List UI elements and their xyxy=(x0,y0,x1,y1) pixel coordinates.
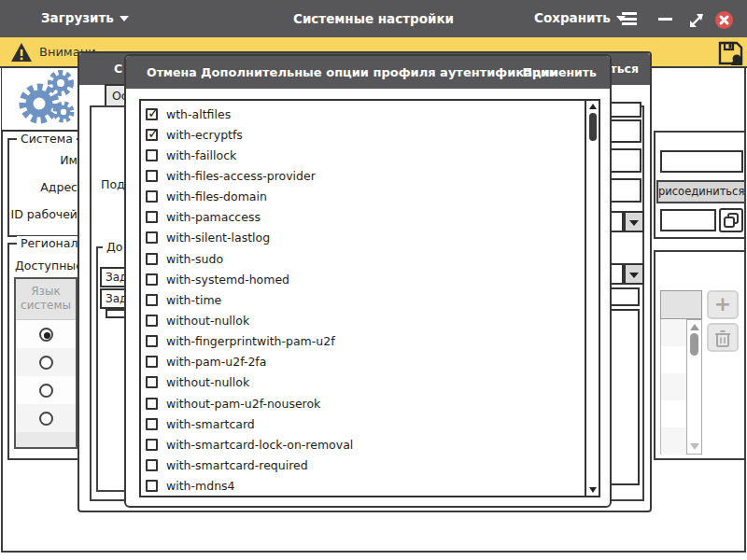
code-input[interactable] xyxy=(660,209,716,231)
option-label: with-mdns4 xyxy=(166,479,235,493)
checkbox[interactable] xyxy=(146,459,158,471)
checkbox[interactable] xyxy=(146,376,158,388)
option-label: wth-altfiles xyxy=(166,107,231,121)
checkbox[interactable] xyxy=(146,294,158,306)
save-button[interactable]: Сохранить xyxy=(534,10,626,25)
system-fieldset: Система Им Адрес ID рабочей xyxy=(7,138,81,237)
dialog-header-left-button[interactable]: С xyxy=(114,62,122,76)
apply-button[interactable]: Применить xyxy=(523,65,597,79)
scrollbar-thumb[interactable] xyxy=(589,113,597,141)
save-floppy-icon[interactable] xyxy=(718,41,743,69)
language-table-header: Язык системы xyxy=(16,279,76,320)
check-icon: ✓ xyxy=(148,125,160,142)
checkbox[interactable] xyxy=(146,418,158,430)
trash-icon xyxy=(714,329,731,348)
check-icon: ✓ xyxy=(148,105,160,121)
scroll-down-icon[interactable] xyxy=(690,443,699,450)
option-row[interactable]: with-files-domain xyxy=(141,187,585,207)
option-row[interactable]: with-fingerprintwith-pam-u2f xyxy=(141,331,585,352)
join-button[interactable]: рисоединиться xyxy=(656,180,746,203)
radio[interactable] xyxy=(39,384,53,398)
checkbox[interactable] xyxy=(146,149,158,161)
option-row[interactable]: ✓with-ecryptfs xyxy=(141,124,585,145)
option-row[interactable]: without-nullok xyxy=(141,372,585,393)
scroll-up-icon[interactable] xyxy=(589,104,597,109)
options-list: ✓wth-altfiles✓with-ecryptfswith-faillock… xyxy=(141,101,585,497)
copy-icon xyxy=(721,210,741,231)
language-row[interactable] xyxy=(16,404,76,432)
option-row[interactable]: with-time xyxy=(141,289,585,310)
add-button[interactable]: + xyxy=(707,290,739,319)
settings-gears-icon xyxy=(2,68,81,132)
option-label: with-files-access-provider xyxy=(166,169,316,183)
domain-input[interactable] xyxy=(660,150,743,173)
checkbox-checked[interactable]: ✓ xyxy=(146,108,158,120)
cancel-button[interactable]: Отмена xyxy=(147,65,197,79)
scrollbar[interactable] xyxy=(585,101,599,496)
delete-button[interactable] xyxy=(707,323,739,352)
checkbox[interactable] xyxy=(146,398,158,410)
option-row[interactable]: with-pam-u2f-2fa xyxy=(141,352,585,372)
checkbox[interactable] xyxy=(146,335,158,347)
options-listbox: ✓wth-altfiles✓with-ecryptfswith-faillock… xyxy=(139,99,600,497)
option-row[interactable]: with-pamaccess xyxy=(141,207,585,228)
modal-header: Отмена Дополнительные опции профиля ауте… xyxy=(126,56,610,89)
copy-button[interactable] xyxy=(719,208,743,232)
option-row[interactable]: with-systemd-homed xyxy=(141,269,585,289)
checkbox[interactable] xyxy=(146,190,158,203)
checkbox[interactable] xyxy=(146,211,158,223)
language-row[interactable] xyxy=(16,376,76,404)
scroll-down-icon[interactable] xyxy=(589,487,597,493)
option-label: with-pam-u2f-2fa xyxy=(166,355,266,369)
checkbox[interactable] xyxy=(146,480,158,492)
dialog-fieldset-legend: До xyxy=(103,240,126,254)
checkbox[interactable] xyxy=(146,231,158,244)
dropdown-arrow-icon[interactable] xyxy=(624,211,644,232)
option-row[interactable]: with-faillock xyxy=(141,145,585,165)
option-row[interactable]: ✓wth-altfiles xyxy=(141,104,585,124)
option-row[interactable]: with-smartcard xyxy=(141,413,585,434)
option-row[interactable]: with-silent-lastlog xyxy=(141,228,585,248)
option-row[interactable]: without-pam-u2f-nouserok xyxy=(141,393,585,413)
auth-options-modal: Отмена Дополнительные опции профиля ауте… xyxy=(124,54,612,508)
menu-icon[interactable] xyxy=(622,12,637,25)
option-row[interactable]: with-files-access-provider xyxy=(141,165,585,186)
name-label: Им xyxy=(60,153,78,167)
language-table: Язык системы xyxy=(14,277,78,449)
option-label: with-smartcard-required xyxy=(166,458,308,472)
minimize-icon[interactable] xyxy=(658,18,672,21)
radio[interactable] xyxy=(39,412,53,426)
list-header-cell xyxy=(660,290,702,319)
checkbox[interactable] xyxy=(146,315,158,327)
option-label: with-sudo xyxy=(166,252,223,266)
checkbox[interactable] xyxy=(146,170,158,182)
scrollbar[interactable] xyxy=(686,319,702,455)
domain-fieldset: рисоединиться xyxy=(654,131,746,239)
option-row[interactable]: with-smartcard-lock-on-removal xyxy=(141,434,585,455)
workgroup-id-label: ID рабочей xyxy=(11,207,78,221)
checkbox[interactable] xyxy=(146,253,158,265)
language-row[interactable] xyxy=(16,348,76,376)
checkbox[interactable] xyxy=(146,356,158,368)
list-rows xyxy=(660,319,686,455)
option-row[interactable]: without-nullok xyxy=(141,310,585,330)
option-label: with-faillock xyxy=(166,148,236,162)
option-label: with-smartcard xyxy=(166,417,255,431)
radio-selected[interactable] xyxy=(39,328,53,342)
checkbox[interactable] xyxy=(146,273,158,286)
resize-icon[interactable] xyxy=(688,12,705,33)
language-row[interactable] xyxy=(16,320,76,348)
option-row[interactable]: with-mdns4 xyxy=(141,476,585,497)
checkbox-checked[interactable]: ✓ xyxy=(146,129,158,141)
radio[interactable] xyxy=(39,356,53,370)
option-label: with-pamaccess xyxy=(166,210,261,224)
dropdown-arrow-icon[interactable] xyxy=(624,263,644,285)
checkbox[interactable] xyxy=(146,439,158,451)
save-button-label: Сохранить xyxy=(534,10,611,25)
close-icon[interactable] xyxy=(715,11,733,29)
scroll-up-icon[interactable] xyxy=(690,324,699,330)
option-row[interactable]: with-smartcard-required xyxy=(141,455,585,475)
option-row[interactable]: with-sudo xyxy=(141,248,585,269)
scrollbar-thumb[interactable] xyxy=(690,333,698,356)
option-label: without-nullok xyxy=(166,314,249,328)
